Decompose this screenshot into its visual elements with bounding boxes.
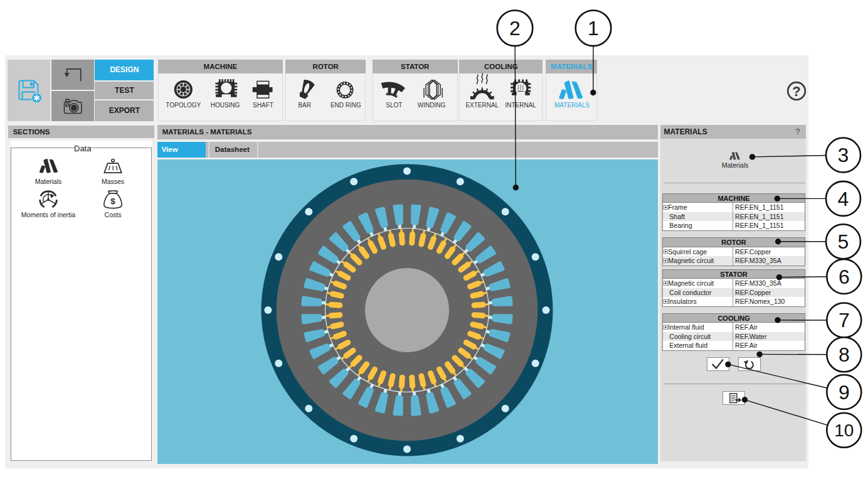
svg-text:1: 1	[588, 17, 599, 40]
svg-text:9: 9	[839, 381, 850, 404]
svg-text:7: 7	[839, 309, 850, 331]
svg-text:2: 2	[509, 17, 521, 40]
svg-text:6: 6	[839, 266, 850, 288]
svg-text:4: 4	[838, 188, 849, 210]
svg-text:5: 5	[838, 230, 849, 253]
svg-text:8: 8	[839, 343, 850, 366]
svg-text:10: 10	[834, 421, 854, 440]
svg-text:3: 3	[838, 144, 849, 166]
